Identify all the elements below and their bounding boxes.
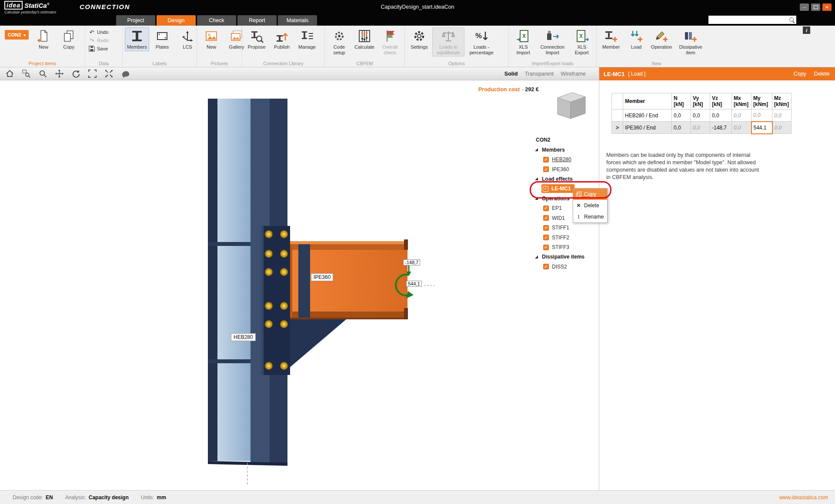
viewport-toolbar: Solid Transparent Wireframe: [0, 67, 599, 80]
loads-percentage-button[interactable]: % Loads - percentage: [465, 27, 498, 56]
checked-checkbox-icon[interactable]: [543, 225, 549, 231]
collapse-arrow-icon[interactable]: [535, 197, 538, 200]
context-menu-copy[interactable]: Copy: [573, 189, 607, 200]
ribbon-group-project-items: CON2 New Copy Project items: [0, 26, 85, 67]
annotation-balloon-icon[interactable]: [121, 69, 130, 78]
zoom-extents-icon[interactable]: [104, 69, 114, 78]
production-cost: Production cost-292 €: [478, 86, 539, 93]
checked-checkbox-icon[interactable]: [543, 245, 549, 250]
new-load-button[interactable]: Load: [624, 27, 648, 51]
table-header-row: Member N[kN] Vy[kN] Vz[kN] Mx[kNm] My[kN…: [612, 93, 792, 109]
publish-button[interactable]: Publish: [270, 27, 294, 51]
mode-wireframe[interactable]: Wireframe: [561, 71, 586, 77]
settings-button[interactable]: Settings: [407, 27, 431, 51]
undo-button[interactable]: ↶Undo: [89, 29, 120, 35]
tab-materials[interactable]: Materials: [278, 15, 317, 26]
tree-node-heb280[interactable]: HEB280: [530, 155, 597, 164]
viewport-canvas[interactable]: Production cost-292 € IPE360 HEB280 -148…: [0, 80, 599, 490]
lcs-labels-button[interactable]: LCS: [175, 27, 200, 51]
context-menu-rename[interactable]: Rename: [573, 211, 607, 222]
redo-button[interactable]: ↷Redo: [89, 37, 120, 43]
panel-copy-button[interactable]: Copy: [794, 71, 806, 77]
tree-section-dissipative-items[interactable]: Dissipative items: [530, 252, 597, 262]
checked-checkbox-icon[interactable]: [543, 166, 549, 172]
close-button[interactable]: [822, 3, 832, 11]
selected-cell-my[interactable]: 544,1: [752, 122, 772, 134]
save-button[interactable]: Save: [89, 46, 120, 52]
tree-section-load-effects[interactable]: Load effects: [530, 174, 597, 184]
tab-report[interactable]: Report: [237, 15, 277, 26]
checked-checkbox-icon[interactable]: [543, 186, 548, 192]
context-menu-delete[interactable]: Delete: [573, 200, 607, 211]
ribbon-group-cbfem: Code setup Calculate Overall check CBFEM: [325, 26, 405, 67]
mode-solid[interactable]: Solid: [504, 71, 518, 77]
zoom-window-icon[interactable]: [22, 69, 31, 78]
publish-icon: [275, 29, 289, 43]
row-selector-chevron[interactable]: [612, 122, 623, 134]
tree-node-stiff1[interactable]: STIFF1: [530, 223, 597, 232]
maximize-button[interactable]: [811, 3, 820, 11]
member-plus-icon: [604, 29, 618, 43]
table-row-ipe360[interactable]: IPE360 / End 0,0 0,0 -148,7 0,0 544,1 0,…: [612, 122, 792, 134]
checked-checkbox-icon[interactable]: [543, 157, 549, 162]
checked-checkbox-icon[interactable]: [543, 235, 549, 240]
new-document-icon: [37, 29, 50, 43]
minimize-button[interactable]: [800, 3, 809, 11]
tree-section-members[interactable]: Members: [530, 145, 597, 154]
connection-import-button[interactable]: Connection Import: [536, 27, 568, 56]
zoom-icon[interactable]: [38, 69, 47, 78]
tree-node-ipe360[interactable]: IPE360: [530, 164, 597, 174]
new-picture-button[interactable]: New: [199, 27, 224, 51]
con2-selector[interactable]: CON2: [5, 30, 29, 40]
ribbon-group-import-export: X XLS Import Connection Import X XLS Exp…: [509, 26, 597, 67]
members-labels-button[interactable]: Members: [125, 27, 149, 51]
mode-transparent[interactable]: Transparent: [524, 71, 554, 77]
tree-node-con2[interactable]: CON2: [530, 135, 597, 145]
units-value: mm: [157, 494, 166, 501]
tab-check[interactable]: Check: [197, 15, 236, 26]
tree-node-stiff3[interactable]: STIFF3: [530, 242, 597, 252]
checked-checkbox-icon[interactable]: [543, 215, 549, 221]
tree-node-diss2[interactable]: DISS2: [530, 262, 597, 272]
new-project-item-button[interactable]: New: [31, 27, 56, 51]
dissipative-item-icon: [684, 29, 698, 43]
new-member-button[interactable]: Member: [599, 27, 623, 51]
xls-import-button[interactable]: X XLS Import: [511, 27, 535, 56]
info-button[interactable]: [803, 27, 810, 34]
manage-button[interactable]: Manage: [295, 27, 319, 51]
panel-delete-button[interactable]: Delete: [814, 71, 830, 77]
calculate-button[interactable]: Calculate: [352, 27, 377, 51]
code-setup-button[interactable]: Code setup: [327, 27, 351, 56]
propose-button[interactable]: Propose: [244, 27, 269, 51]
table-row-heb280[interactable]: HEB280 / End 0,0 0,0 0,0 0,0 0,0 0,0: [612, 109, 792, 122]
home-view-icon[interactable]: [5, 69, 14, 78]
copy-document-icon: [62, 29, 76, 43]
rotate-view-icon[interactable]: [71, 69, 80, 78]
zoom-fit-icon[interactable]: [88, 69, 97, 78]
pan-icon[interactable]: [55, 69, 64, 78]
main-tab-bar: Project Design Check Report Materials: [0, 15, 835, 26]
tree-node-stiff2[interactable]: STIFF2: [530, 232, 597, 242]
orientation-cube[interactable]: [558, 93, 585, 119]
tab-project[interactable]: Project: [116, 15, 155, 26]
analysis-value: Capacity design: [89, 494, 129, 501]
checked-checkbox-icon[interactable]: [543, 264, 549, 269]
new-operation-button[interactable]: Operation: [649, 27, 674, 51]
collapse-arrow-icon[interactable]: [535, 255, 538, 259]
app-window: idea StatiCa® Calculate yesterday's esti…: [0, 0, 835, 504]
svg-text:%: %: [475, 32, 482, 40]
collapse-arrow-icon[interactable]: [535, 177, 538, 180]
overall-check-button[interactable]: Overall check: [377, 27, 402, 56]
new-dissipative-item-button[interactable]: Dissipative item: [675, 27, 707, 56]
tab-design[interactable]: Design: [157, 15, 196, 26]
plates-labels-button[interactable]: Plates: [150, 27, 174, 51]
website-link[interactable]: www.ideastatica.com: [779, 494, 828, 501]
loads-in-equilibrium-button[interactable]: Loads in equilibrium: [432, 27, 464, 56]
search-icon[interactable]: [789, 17, 795, 23]
checked-checkbox-icon[interactable]: [543, 206, 549, 211]
xls-export-button[interactable]: X XLS Export: [569, 27, 594, 56]
xls-export-icon: X: [575, 29, 589, 43]
copy-project-item-button[interactable]: Copy: [57, 27, 81, 51]
search-input[interactable]: [708, 17, 789, 23]
collapse-arrow-icon[interactable]: [535, 148, 538, 151]
